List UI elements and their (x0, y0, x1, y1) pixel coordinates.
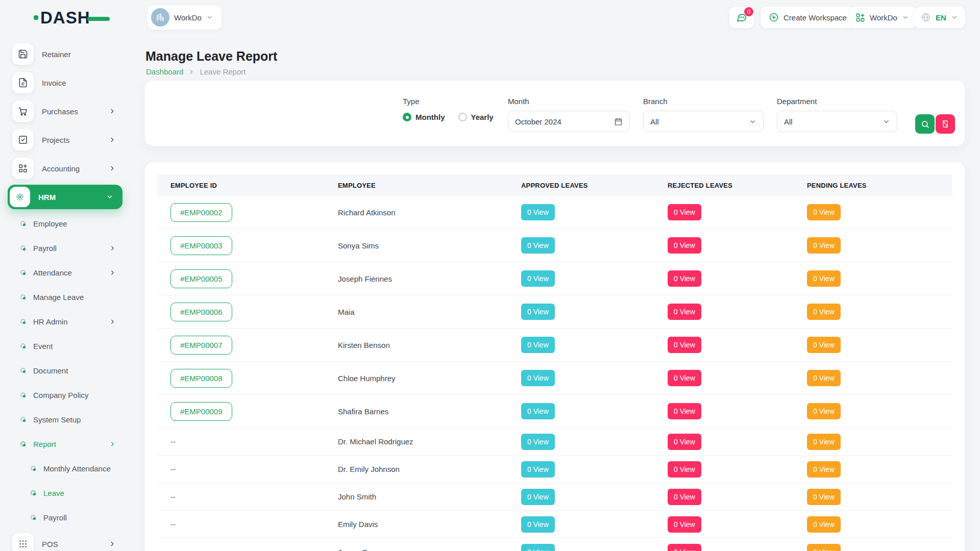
rejected-view-badge[interactable]: 0 View (668, 337, 701, 353)
sidebar-item-accounting[interactable]: Accounting (0, 154, 130, 183)
employee-id-badge[interactable]: #EMP00007 (170, 336, 232, 355)
approved-view-badge[interactable]: 0 View (521, 270, 555, 287)
rejected-view-badge[interactable]: 0 View (668, 237, 701, 254)
pending-view-badge[interactable]: 0 View (807, 544, 841, 551)
approved-view-badge[interactable]: 0 View (521, 204, 555, 220)
employee-id-badge[interactable]: #EMP00005 (170, 269, 232, 288)
pending-view-badge[interactable]: 0 View (807, 237, 841, 254)
sidebar-item-hr-admin[interactable]: HR Admin (0, 309, 130, 334)
sidebar-item-document[interactable]: Document (0, 358, 130, 383)
employee-name: Chloe Humphrey (338, 374, 521, 383)
bullet-icon (20, 343, 26, 348)
pending-view-badge[interactable]: 0 View (807, 434, 841, 450)
sidebar-item-event[interactable]: Event (0, 334, 130, 358)
pending-view-badge[interactable]: 0 View (807, 461, 841, 478)
employee-id-empty: -- (170, 465, 338, 473)
employee-id-badge[interactable]: #EMP00006 (170, 303, 232, 321)
breadcrumb: Dashboard Leave Report (146, 67, 246, 76)
employee-id-badge[interactable]: #EMP00003 (170, 236, 232, 255)
breadcrumb-dashboard-link[interactable]: Dashboard (146, 67, 183, 76)
sidebar-item-pos[interactable]: POS (0, 530, 130, 551)
rejected-view-badge[interactable]: 0 View (668, 204, 701, 220)
pending-view-badge[interactable]: 0 View (807, 204, 841, 220)
reset-button[interactable] (936, 114, 955, 134)
rejected-view-badge[interactable]: 0 View (668, 270, 701, 287)
sidebar-item-hrm[interactable]: HRM (8, 185, 122, 209)
employee-id-badge[interactable]: #EMP00002 (170, 203, 232, 222)
page-title: Manage Leave Report (145, 49, 277, 64)
sidebar-item-monthly-attendance[interactable]: Monthly Attendance (0, 456, 130, 481)
sidebar-item-label: Company Policy (33, 391, 88, 399)
bullet-icon (20, 245, 26, 251)
pending-view-badge[interactable]: 0 View (807, 489, 841, 505)
cart-icon (12, 101, 34, 122)
employee-id-badge[interactable]: #EMP00009 (170, 402, 232, 421)
approved-view-badge[interactable]: 0 View (521, 370, 555, 386)
approved-view-badge[interactable]: 0 View (521, 461, 555, 478)
sidebar-item-report[interactable]: Report (0, 432, 130, 456)
approved-view-badge[interactable]: 0 View (521, 516, 555, 533)
approved-view-badge[interactable]: 0 View (521, 237, 555, 254)
grid-plus-icon (12, 158, 34, 179)
sidebar-item-company-policy[interactable]: Company Policy (0, 383, 130, 407)
approved-view-badge[interactable]: 0 View (521, 434, 555, 450)
messages-button[interactable]: 0 (729, 7, 754, 28)
approved-view-badge[interactable]: 0 View (521, 489, 555, 505)
rejected-view-badge[interactable]: 0 View (668, 544, 701, 551)
rejected-view-badge[interactable]: 0 View (668, 370, 701, 386)
sidebar-item-system-setup[interactable]: System Setup (0, 407, 130, 432)
approved-view-badge[interactable]: 0 View (521, 304, 555, 320)
pending-view-badge[interactable]: 0 View (807, 370, 841, 386)
approved-view-badge[interactable]: 0 View (521, 544, 555, 551)
language-selector[interactable]: EN (914, 7, 965, 28)
pending-view-badge[interactable]: 0 View (807, 516, 841, 533)
sidebar-item-purchases[interactable]: Purchases (0, 97, 130, 126)
department-select[interactable]: All (777, 111, 897, 132)
pending-view-badge[interactable]: 0 View (807, 403, 841, 419)
sidebar-item-invoice[interactable]: Invoice (0, 68, 130, 97)
globe-icon (921, 12, 931, 22)
rejected-view-badge[interactable]: 0 View (668, 489, 701, 505)
radio-monthly[interactable]: Monthly (403, 113, 445, 121)
rejected-view-badge[interactable]: 0 View (668, 403, 701, 419)
rejected-view-badge[interactable]: 0 View (668, 516, 701, 533)
rejected-view-badge[interactable]: 0 View (668, 461, 701, 478)
sidebar-item-employee[interactable]: Employee (0, 211, 130, 236)
employee-id-badge[interactable]: #EMP00008 (170, 369, 232, 388)
pending-view-badge[interactable]: 0 View (807, 337, 841, 353)
pending-view-badge[interactable]: 0 View (807, 304, 841, 320)
workdo-menu[interactable]: WorkDo (848, 7, 916, 28)
branch-select[interactable]: All (643, 111, 764, 132)
approved-view-badge[interactable]: 0 View (521, 337, 555, 353)
month-input[interactable]: October 2024 (508, 111, 630, 132)
sidebar-item-retainer[interactable]: Retainer (0, 40, 130, 68)
sidebar-item-payroll-report[interactable]: Payroll (0, 505, 130, 530)
radio-checked-icon[interactable] (403, 113, 411, 121)
sidebar-item-label: Payroll (33, 244, 57, 253)
radio-yearly[interactable]: Yearly (458, 113, 494, 121)
sidebar-item-leave[interactable]: Leave (0, 481, 130, 505)
chevron-right-icon (188, 69, 194, 75)
sidebar-item-attendance[interactable]: Attendance (0, 260, 130, 285)
create-workspace-button[interactable]: Create Workspace (761, 7, 855, 28)
search-button[interactable] (915, 114, 935, 134)
employee-name: John Smith (338, 492, 521, 501)
sidebar-item-manage-leave[interactable]: Manage Leave (0, 285, 130, 309)
rejected-view-badge[interactable]: 0 View (668, 304, 701, 320)
sidebar-item-payroll[interactable]: Payroll (0, 236, 130, 260)
sidebar-item-projects[interactable]: Projects (0, 126, 130, 154)
sidebar: Retainer Invoice Purchases Projects (0, 40, 130, 551)
pending-view-badge[interactable]: 0 View (807, 270, 841, 287)
hub-icon (10, 187, 30, 207)
col-rejected-leaves: REJECTED LEAVES (668, 182, 807, 189)
dash-logo[interactable]: DASH (34, 9, 110, 26)
approved-view-badge[interactable]: 0 View (521, 403, 555, 419)
employee-name: Dr. Emily Johnson (338, 465, 521, 473)
radio-unchecked-icon[interactable] (458, 113, 467, 121)
breadcrumb-current: Leave Report (200, 67, 246, 76)
calendar-icon[interactable] (614, 117, 623, 126)
chevron-right-icon (109, 245, 116, 252)
workspace-selector[interactable]: WorkDo (148, 5, 222, 30)
rejected-view-badge[interactable]: 0 View (668, 434, 701, 450)
sidebar-item-label: Event (33, 342, 53, 350)
